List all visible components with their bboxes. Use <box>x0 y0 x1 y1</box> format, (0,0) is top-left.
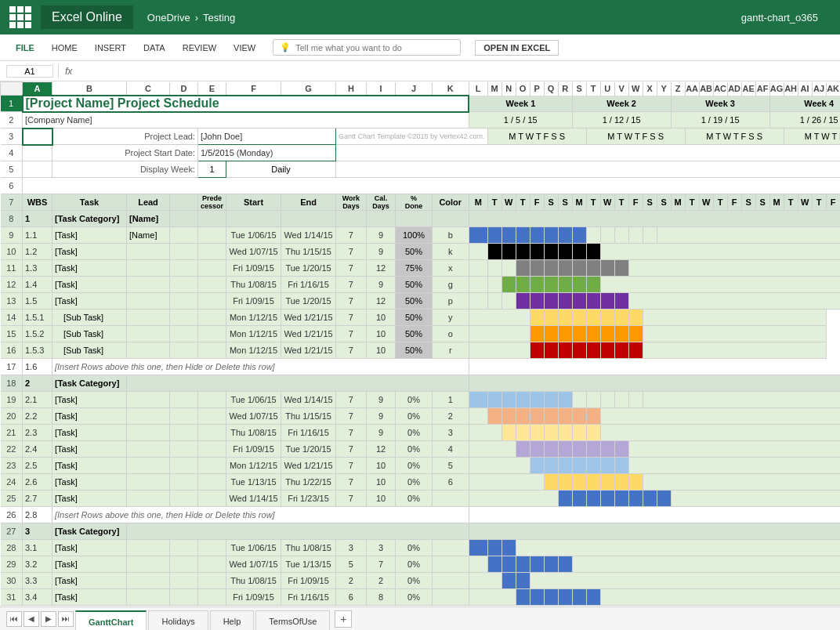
t11-cd[interactable]: 9 <box>366 227 396 244</box>
t15-start[interactable]: Fri 1/09/15 <box>226 293 281 310</box>
rownum-7[interactable]: 7 <box>1 194 23 211</box>
t31-task[interactable]: [Task] <box>52 540 127 556</box>
t25-wd[interactable]: 7 <box>336 458 367 474</box>
t15-pct[interactable]: 50% <box>396 293 432 310</box>
col-w[interactable]: W <box>628 82 643 96</box>
t25-task[interactable]: [Task] <box>52 458 127 474</box>
t14-task[interactable]: [Task] <box>52 277 127 293</box>
t14-start[interactable]: Thu 1/08/15 <box>226 277 281 293</box>
t12-pct[interactable]: 50% <box>396 244 432 260</box>
col-r[interactable]: R <box>558 82 572 96</box>
t15-cd[interactable]: 12 <box>366 293 396 310</box>
t151-cd[interactable]: 10 <box>366 310 396 326</box>
t23-end[interactable]: Fri 1/16/15 <box>281 425 336 441</box>
t152-pct[interactable]: 50% <box>396 326 432 342</box>
t23-color[interactable]: 3 <box>432 425 469 441</box>
t13-wbs[interactable]: 1.3 <box>23 260 52 277</box>
t34-task[interactable]: [Task] <box>52 589 127 606</box>
t34-cd[interactable]: 8 <box>366 589 396 606</box>
t151-color[interactable]: y <box>432 310 469 326</box>
t12-wd[interactable]: 7 <box>336 244 367 260</box>
rownum-25[interactable]: 25 <box>1 491 23 507</box>
col-p[interactable]: P <box>530 82 544 96</box>
t12-end[interactable]: Thu 1/15/15 <box>281 244 336 260</box>
t34-wbs[interactable]: 3.4 <box>23 589 52 606</box>
t27-wd[interactable]: 7 <box>336 491 367 507</box>
nav-last-sheet[interactable]: ⏭ <box>58 611 74 627</box>
t152-task[interactable]: [Sub Task] <box>52 326 127 342</box>
t23-wbs[interactable]: 2.3 <box>23 425 52 441</box>
t32-end[interactable]: Tue 1/13/15 <box>281 556 336 573</box>
t23-wd[interactable]: 7 <box>336 425 367 441</box>
rownum-18[interactable]: 18 <box>1 375 23 392</box>
t24-pct[interactable]: 0% <box>396 441 432 458</box>
t153-wd[interactable]: 7 <box>336 342 367 359</box>
t25-start[interactable]: Mon 1/12/15 <box>226 458 281 474</box>
t153-pct[interactable]: 50% <box>396 342 432 359</box>
t26-task[interactable]: [Task] <box>52 474 127 491</box>
cat3-task[interactable]: [Task Category] <box>52 523 127 540</box>
rownum-26[interactable]: 26 <box>1 507 23 523</box>
tab-holidays[interactable]: Holidays <box>148 610 208 631</box>
rownum-31[interactable]: 31 <box>1 589 23 606</box>
t14-wbs[interactable]: 1.4 <box>23 277 52 293</box>
col-d[interactable]: D <box>170 82 198 96</box>
t24-start[interactable]: Fri 1/09/15 <box>226 441 281 458</box>
col-ac[interactable]: AC <box>713 82 727 96</box>
rownum-30[interactable]: 30 <box>1 573 23 589</box>
t21-start[interactable]: Tue 1/06/15 <box>226 392 281 408</box>
col-ak[interactable]: AK <box>826 82 840 96</box>
rownum-15[interactable]: 15 <box>1 326 23 342</box>
t33-end[interactable]: Fri 1/09/15 <box>281 573 336 589</box>
t34-wd[interactable]: 6 <box>336 589 367 606</box>
t26-wbs[interactable]: 2.6 <box>23 474 52 491</box>
t153-wbs[interactable]: 1.5.3 <box>23 342 52 359</box>
col-e[interactable]: E <box>198 82 226 96</box>
cell-a4[interactable] <box>23 145 52 161</box>
t153-start[interactable]: Mon 1/12/15 <box>226 342 281 359</box>
col-k[interactable]: K <box>432 82 469 96</box>
menu-data[interactable]: DATA <box>136 40 173 56</box>
t24-cd[interactable]: 12 <box>366 441 396 458</box>
t15-wd[interactable]: 7 <box>336 293 367 310</box>
t11-wd[interactable]: 7 <box>336 227 367 244</box>
col-q[interactable]: Q <box>544 82 558 96</box>
t24-wd[interactable]: 7 <box>336 441 367 458</box>
nav-first-sheet[interactable]: ⏮ <box>6 611 22 627</box>
t15-task[interactable]: [Task] <box>52 293 127 310</box>
rownum-23[interactable]: 23 <box>1 458 23 474</box>
t12-wbs[interactable]: 1.2 <box>23 244 52 260</box>
t33-cd[interactable]: 2 <box>366 573 396 589</box>
t23-pct[interactable]: 0% <box>396 425 432 441</box>
t34-pct[interactable]: 0% <box>396 589 432 606</box>
t27-cd[interactable]: 10 <box>366 491 396 507</box>
col-ab[interactable]: AB <box>699 82 713 96</box>
t11-color[interactable]: b <box>432 227 469 244</box>
t34-end[interactable]: Fri 1/16/15 <box>281 589 336 606</box>
waffle-icon[interactable] <box>9 6 31 28</box>
menu-home[interactable]: HOME <box>44 40 85 56</box>
cat2-wbs[interactable]: 2 <box>23 375 52 392</box>
cat1-wbs[interactable]: 1 <box>23 211 52 227</box>
project-start-value[interactable]: 1/5/2015 (Monday) <box>198 145 336 161</box>
t11-start[interactable]: Tue 1/06/15 <box>226 227 281 244</box>
name-box[interactable] <box>6 65 53 78</box>
col-f[interactable]: F <box>226 82 281 96</box>
col-ah[interactable]: AH <box>784 82 798 96</box>
t22-color[interactable]: 2 <box>432 408 469 425</box>
col-z[interactable]: Z <box>671 82 685 96</box>
col-i[interactable]: I <box>366 82 396 96</box>
t15-wbs[interactable]: 1.5 <box>23 293 52 310</box>
t14-end[interactable]: Fri 1/16/15 <box>281 277 336 293</box>
rownum-14[interactable]: 14 <box>1 310 23 326</box>
t151-wd[interactable]: 7 <box>336 310 367 326</box>
t26-end[interactable]: Thu 1/22/15 <box>281 474 336 491</box>
rownum-5[interactable]: 5 <box>1 161 23 178</box>
col-g[interactable]: G <box>281 82 336 96</box>
t151-task[interactable]: [Sub Task] <box>52 310 127 326</box>
col-s[interactable]: S <box>572 82 586 96</box>
t33-task[interactable]: [Task] <box>52 573 127 589</box>
col-j[interactable]: J <box>396 82 432 96</box>
t31-color[interactable] <box>432 540 469 556</box>
tab-termsofuse[interactable]: TermsOfUse <box>255 610 330 631</box>
